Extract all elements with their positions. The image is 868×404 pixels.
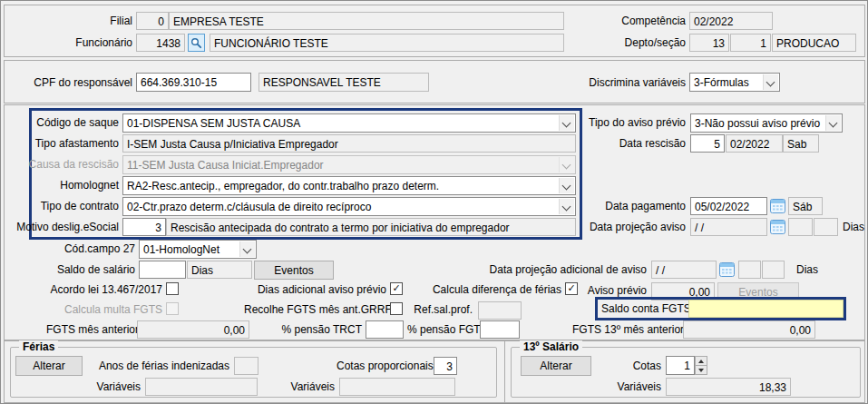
- data-projecao-dia2-field: [814, 218, 838, 236]
- spinner-down-icon[interactable]: [695, 366, 707, 376]
- causa-rescisao-label: Causa da rescisão: [28, 158, 119, 171]
- ref-sal-prof-field: [478, 301, 522, 320]
- saldo-salario-dias-field: Dias: [187, 261, 252, 279]
- saldo-salario-field[interactable]: [139, 261, 186, 279]
- calcula-diferenca-ferias-checkbox[interactable]: ✓: [565, 282, 578, 295]
- cod-campo27-label: Cód.campo 27: [54, 242, 135, 255]
- data-projecao-dia1-field: [788, 218, 813, 236]
- chevron-down-icon: [763, 74, 778, 90]
- tipo-contrato-value: 02-Ctr.prazo determ.c/cláusula de direit…: [127, 201, 371, 213]
- pensao-fgts-label: % pensão FGTS: [407, 323, 476, 336]
- recolhe-fgts-grrf-label: Recolhe FGTS mês ant.GRRF: [244, 303, 386, 316]
- cotas-spinner[interactable]: [695, 356, 707, 375]
- anos-ferias-indenizadas-field: [234, 357, 258, 375]
- cpf-responsavel-label: CPF do responsável: [24, 76, 132, 89]
- discrimina-variaveis-label: Discrimina variáveis: [541, 76, 686, 89]
- tipo-aviso-previo-select[interactable]: 3-Não possui aviso prévio: [690, 113, 843, 133]
- discrimina-variaveis-select[interactable]: 3-Fórmulas: [689, 73, 780, 92]
- data-pagamento-calendar-button[interactable]: [770, 198, 786, 214]
- funcionario-label: Funcionário: [55, 36, 132, 49]
- depto-name-field: PRODUCAO: [772, 34, 856, 52]
- competencia-field: 02/2022: [689, 12, 773, 30]
- fgts-13-mes-anterior-field: 0,00: [683, 320, 815, 339]
- data-rescisao-mes-field: 02/2022: [726, 134, 783, 153]
- data-projecao-aviso-field: / /: [690, 218, 767, 236]
- data-projecao-adicional-dia2-field: [762, 261, 785, 279]
- calendar-icon: [770, 198, 786, 214]
- data-projecao-adicional-calendar-button[interactable]: [719, 261, 736, 278]
- calcula-multa-fgts-label: Calcula multa FGTS: [51, 303, 162, 316]
- acordo-lei-label: Acordo lei 13.467/2017: [30, 283, 162, 296]
- spinner-up-icon[interactable]: [695, 356, 707, 366]
- homolognet-select[interactable]: RA2-Resc.antecip., empregador, do contr.…: [122, 176, 576, 195]
- data-projecao-calendar-button[interactable]: [770, 219, 786, 235]
- calendar-icon: [770, 219, 786, 235]
- cotas-proporcionais-field[interactable]: 3: [434, 357, 457, 375]
- data-rescisao-dia-field[interactable]: 5: [690, 134, 725, 153]
- calcula-multa-fgts-checkbox: [166, 302, 179, 315]
- pensao-trct-field[interactable]: [366, 320, 404, 339]
- calcula-diferenca-ferias-label: Calcula diferença de férias: [427, 283, 561, 296]
- anos-ferias-indenizadas-label: Anos de férias indenizadas: [92, 360, 229, 372]
- aviso-previo-label: Aviso prévio: [586, 284, 647, 297]
- fgts-mes-anterior-label: FGTS mês anterior: [46, 323, 132, 336]
- pensao-trct-label: % pensão TRCT: [275, 323, 362, 336]
- filial-code-field: 0: [136, 12, 169, 30]
- rescisao-window: Filial 0 EMPRESA TESTE Competência 02/20…: [0, 0, 868, 404]
- codigo-saque-select[interactable]: 01-DISPENSA SEM JUSTA CAUSA: [122, 113, 576, 133]
- competencia-label: Competência: [572, 15, 686, 27]
- filial-name-field: EMPRESA TESTE: [169, 12, 564, 30]
- cod-campo27-value: 01-HomologNet: [143, 243, 219, 256]
- dias-adicional-aviso-label: Dias adicional aviso prévio: [248, 283, 386, 296]
- filial-label: Filial: [55, 15, 132, 27]
- chevron-down-icon: [825, 115, 841, 131]
- chevron-down-icon: [559, 178, 574, 193]
- chevron-down-icon: [559, 199, 574, 214]
- saldo-conta-fgts-label: Saldo conta FGTS: [601, 302, 688, 315]
- discrimina-variaveis-value: 3-Fórmulas: [694, 76, 749, 89]
- tipo-contrato-select[interactable]: 02-Ctr.prazo determ.c/cláusula de direit…: [122, 197, 576, 216]
- ferias-variaveis-field: [145, 378, 258, 396]
- decimo-alterar-button[interactable]: Alterar: [521, 356, 591, 376]
- data-pagamento-semana-field: Sáb: [788, 197, 823, 215]
- motivo-esocial-label: Motivo deslig.eSocial: [15, 221, 119, 233]
- tipo-afastamento-label: Tipo afastamento: [28, 137, 119, 150]
- ref-sal-prof-label: Ref.sal.prof.: [406, 303, 473, 316]
- ferias-variaveis2-field: [339, 378, 455, 396]
- ferias-alterar-button[interactable]: Alterar: [15, 356, 83, 376]
- cod-campo27-select[interactable]: 01-HomologNet: [139, 240, 257, 259]
- tipo-contrato-label: Tipo de contrato: [33, 200, 119, 212]
- dias-label: Dias: [843, 221, 867, 233]
- saldo-salario-label: Saldo de salário: [42, 263, 135, 276]
- saldo-conta-fgts-field[interactable]: [688, 300, 844, 318]
- depto-code-field: 13: [689, 34, 729, 52]
- funcionario-code-field: 1438: [136, 34, 185, 52]
- motivo-esocial-code-field[interactable]: 3: [122, 218, 166, 236]
- dias-label: Dias: [796, 263, 824, 276]
- ferias-variaveis-label: Variáveis: [95, 380, 141, 393]
- secao-code-field: 1: [730, 34, 771, 52]
- causa-rescisao-value: 11-SEM Justa Causa Iniciat.Empregador: [127, 159, 324, 172]
- ferias-group-title: Férias: [19, 340, 58, 353]
- cotas-field[interactable]: 1: [666, 356, 695, 375]
- tipo-afastamento-field: I-SEM Justa Causa p/Iniciativa Empregado…: [122, 134, 576, 153]
- codigo-saque-value: 01-DISPENSA SEM JUSTA CAUSA: [127, 117, 300, 130]
- eventos-button[interactable]: Eventos: [254, 261, 334, 280]
- responsavel-name-field: RESPONSAVEL TESTE: [258, 73, 429, 92]
- dias-adicional-aviso-checkbox[interactable]: ✓: [390, 282, 403, 295]
- chevron-down-icon: [239, 241, 255, 257]
- data-pagamento-field[interactable]: 05/02/2022: [690, 197, 767, 215]
- recolhe-fgts-grrf-checkbox[interactable]: [390, 302, 403, 315]
- acordo-lei-checkbox[interactable]: [166, 282, 179, 295]
- funcionario-lookup-button[interactable]: [188, 34, 205, 52]
- pensao-fgts-field[interactable]: [480, 320, 520, 339]
- data-projecao-aviso-label: Data projeção aviso: [577, 221, 686, 233]
- homolognet-value: RA2-Resc.antecip., empregador, do contr.…: [127, 180, 439, 192]
- cpf-responsavel-field[interactable]: 664.369.310-15: [136, 73, 251, 92]
- data-projecao-adicional-dia1-field: [738, 261, 761, 279]
- fgts-13-mes-anterior-label: FGTS 13º mês anterior: [572, 323, 679, 336]
- decimo-salario-group-title: 13º Salário: [520, 340, 582, 353]
- tipo-aviso-previo-value: 3-Não possui aviso prévio: [695, 117, 820, 130]
- data-projecao-adicional-field: / /: [651, 261, 717, 279]
- search-icon: [190, 37, 202, 49]
